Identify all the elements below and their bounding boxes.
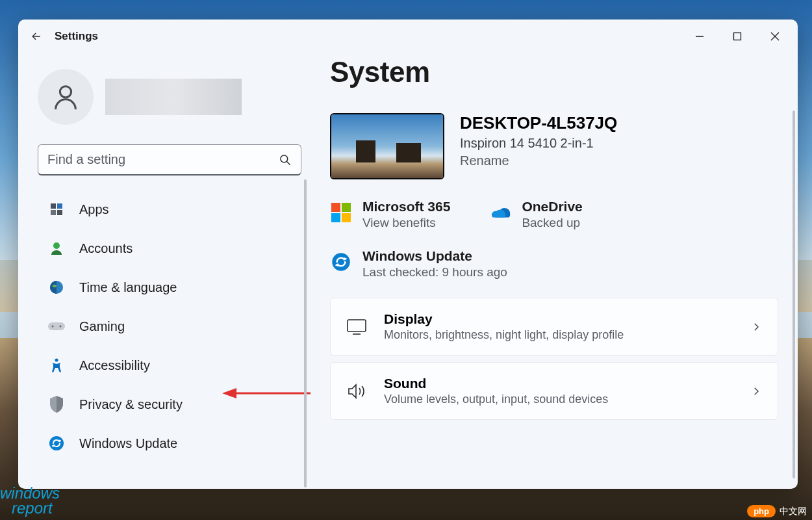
windows-update-icon — [48, 435, 65, 452]
sound-icon — [346, 381, 367, 402]
card-sub: Last checked: 9 hours ago — [362, 265, 507, 280]
list-title: Sound — [384, 376, 733, 391]
chevron-right-icon — [750, 321, 762, 333]
svg-point-15 — [52, 326, 54, 328]
card-microsoft365[interactable]: Microsoft 365 View benefits — [330, 199, 450, 230]
page-title: System — [330, 56, 778, 88]
accounts-icon — [48, 240, 65, 257]
avatar — [38, 69, 94, 125]
list-title: Display — [384, 311, 733, 327]
settings-window: Settings — [18, 20, 798, 489]
device-model: Inspiron 14 5410 2-in-1 — [460, 136, 617, 151]
list-item-display[interactable]: Display Monitors, brightness, night ligh… — [330, 298, 778, 356]
svg-rect-26 — [348, 320, 366, 332]
card-windows-update[interactable]: Windows Update Last checked: 9 hours ago — [330, 248, 507, 280]
status-cards-2: Windows Update Last checked: 9 hours ago — [330, 248, 778, 280]
svg-rect-9 — [51, 210, 56, 215]
svg-point-17 — [55, 359, 58, 362]
sidebar-item-accounts[interactable]: Accounts — [38, 229, 301, 268]
minimize-icon — [695, 32, 704, 41]
svg-point-25 — [332, 253, 350, 271]
window-controls — [681, 22, 794, 51]
svg-rect-24 — [342, 213, 351, 222]
list-sub: Volume levels, output, input, sound devi… — [384, 393, 733, 406]
navigation: Apps Accounts Time & language — [38, 190, 301, 482]
svg-rect-1 — [734, 33, 741, 40]
rename-link[interactable]: Rename — [460, 153, 617, 168]
card-title: Windows Update — [362, 248, 507, 264]
svg-point-11 — [53, 242, 60, 249]
device-section: DESKTOP-4L537JQ Inspiron 14 5410 2-in-1 … — [330, 113, 778, 179]
svg-rect-7 — [51, 203, 56, 209]
sidebar-item-privacy-security[interactable]: Privacy & security — [38, 385, 301, 424]
sidebar-scrollbar[interactable] — [304, 179, 307, 488]
svg-rect-14 — [48, 322, 65, 330]
person-icon — [51, 82, 81, 112]
apps-icon — [48, 201, 65, 218]
back-button[interactable] — [22, 22, 51, 51]
sidebar-item-accessibility[interactable]: Accessibility — [38, 346, 301, 385]
search-icon — [279, 153, 292, 166]
list-sub: Monitors, brightness, night light, displ… — [384, 328, 733, 342]
sidebar-item-label: Accounts — [79, 241, 133, 256]
onedrive-icon — [489, 202, 511, 224]
card-onedrive[interactable]: OneDrive Backed up — [489, 199, 582, 230]
card-sub: View benefits — [362, 216, 450, 230]
svg-point-5 — [281, 155, 288, 162]
shield-icon — [48, 396, 65, 413]
main-content: System DESKTOP-4L537JQ Inspiron 14 5410 … — [317, 53, 798, 489]
device-thumbnail[interactable] — [330, 113, 444, 179]
sidebar-item-label: Accessibility — [79, 358, 150, 373]
watermark-left: windows report — [0, 486, 60, 516]
microsoft-icon — [330, 202, 352, 224]
chevron-right-icon — [750, 385, 762, 397]
window-title: Settings — [55, 30, 98, 43]
update-icon — [330, 251, 352, 273]
sidebar-item-apps[interactable]: Apps — [38, 190, 301, 229]
close-button[interactable] — [756, 22, 794, 51]
search-input[interactable] — [47, 152, 279, 167]
maximize-icon — [733, 32, 742, 41]
svg-point-16 — [60, 326, 62, 328]
sidebar-item-label: Time & language — [79, 280, 177, 295]
search-box[interactable] — [38, 144, 301, 176]
svg-point-13 — [53, 285, 57, 287]
watermark-right: php 中文网 — [747, 505, 807, 517]
sidebar-item-label: Gaming — [79, 319, 125, 334]
svg-rect-10 — [57, 210, 62, 215]
sidebar: Apps Accounts Time & language — [18, 53, 317, 489]
svg-rect-23 — [331, 213, 340, 222]
gaming-icon — [48, 318, 65, 335]
sidebar-item-label: Windows Update — [79, 436, 177, 451]
titlebar: Settings — [18, 20, 798, 53]
close-icon — [770, 32, 780, 41]
svg-rect-22 — [342, 203, 351, 212]
sidebar-item-time-language[interactable]: Time & language — [38, 268, 301, 307]
arrow-left-icon — [30, 30, 43, 43]
status-cards: Microsoft 365 View benefits OneDrive Bac… — [330, 199, 778, 230]
user-profile[interactable] — [38, 53, 301, 144]
card-sub: Backed up — [522, 216, 582, 230]
profile-name-redacted — [105, 79, 242, 115]
sidebar-item-windows-update[interactable]: Windows Update — [38, 424, 301, 463]
svg-line-6 — [287, 161, 290, 164]
sidebar-item-label: Privacy & security — [79, 397, 183, 412]
display-icon — [346, 317, 367, 337]
device-name: DESKTOP-4L537JQ — [460, 113, 617, 133]
list-item-sound[interactable]: Sound Volume levels, output, input, soun… — [330, 362, 778, 420]
maximize-button[interactable] — [718, 22, 756, 51]
card-title: Microsoft 365 — [362, 199, 450, 214]
svg-rect-8 — [57, 203, 62, 209]
svg-point-4 — [60, 86, 71, 98]
sidebar-item-gaming[interactable]: Gaming — [38, 307, 301, 346]
card-title: OneDrive — [522, 199, 582, 214]
svg-point-18 — [49, 436, 64, 450]
minimize-button[interactable] — [681, 22, 718, 51]
time-language-icon — [48, 279, 65, 296]
main-scrollbar[interactable] — [793, 110, 795, 478]
accessibility-icon — [48, 357, 65, 374]
svg-rect-21 — [331, 203, 340, 212]
sidebar-item-label: Apps — [79, 202, 109, 217]
